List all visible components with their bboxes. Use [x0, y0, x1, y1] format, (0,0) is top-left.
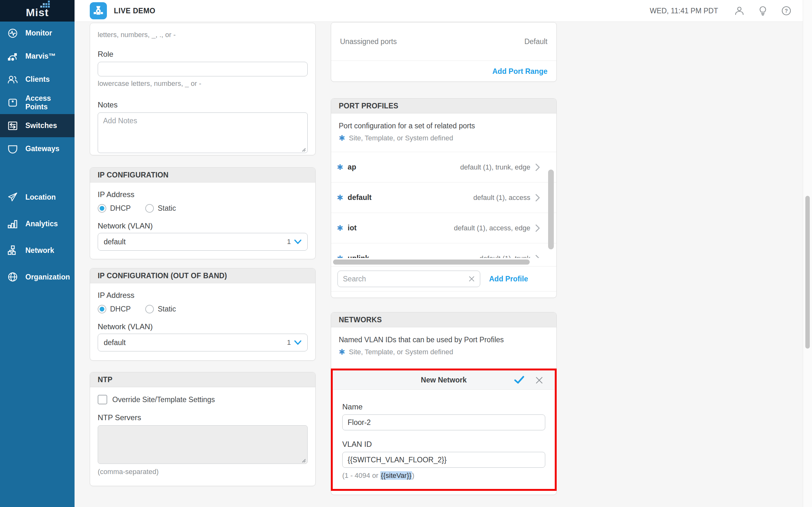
override-checkbox[interactable] [98, 395, 107, 404]
network-name-input[interactable] [342, 414, 545, 430]
mist-logo[interactable]: Mist [0, 0, 74, 21]
ntp-servers-textarea[interactable] [98, 425, 308, 464]
sidebar-item-marvis[interactable]: Marvis™ [0, 45, 74, 68]
sidebar-item-gateways[interactable]: Gateways [0, 137, 74, 160]
network-vlan-select[interactable]: default 1 [98, 233, 308, 250]
list-vertical-scrollbar[interactable] [548, 170, 554, 249]
add-port-range-link[interactable]: Add Port Range [492, 67, 548, 76]
profile-name: ap [348, 163, 356, 171]
dhcp-radio-option[interactable]: DHCP [98, 204, 131, 213]
ip-configuration-title: IP CONFIGURATION [90, 168, 315, 182]
port-profile-row-ap[interactable]: ✱ ap default (1), trunk, edge [331, 152, 556, 182]
monitor-pulse-icon [7, 27, 18, 39]
new-network-panel: New Network Name VLAN ID (1 - 4094 or {{… [331, 369, 557, 491]
sitevar-token: {{siteVar}} [380, 471, 412, 480]
networks-legend: ✱ Site, Template, or System defined [339, 348, 549, 356]
marvis-icon [7, 51, 18, 62]
org-icon[interactable] [90, 2, 107, 19]
port-profiles-list: ✱ ap default (1), trunk, edge ✱ default … [331, 152, 556, 258]
switch-icon [7, 120, 18, 131]
resize-grip-icon[interactable] [300, 147, 306, 152]
profile-name: uplink [348, 254, 369, 258]
radio-unselected[interactable] [145, 204, 154, 213]
org-name[interactable]: LIVE DEMO [114, 7, 155, 15]
port-profiles-description: Port configuration for a set of related … [339, 122, 549, 130]
confirm-check-icon[interactable] [514, 376, 524, 384]
port-profile-row-iot[interactable]: ✱ iot default (1), access, edge [331, 213, 556, 243]
legend-text: Site, Template, or System defined [349, 134, 453, 142]
unassigned-ports-value: Default [524, 38, 548, 46]
profile-summary: default (1), trunk, edge [460, 163, 530, 171]
ip-configuration-oob-title: IP CONFIGURATION (OUT OF BAND) [90, 268, 315, 283]
port-ranges-card: Unassigned ports Default Add Port Range [331, 22, 557, 82]
sidebar-item-clients[interactable]: Clients [0, 68, 74, 91]
sidebar-item-label: Marvis™ [26, 52, 56, 60]
networks-card: NETWORKS Named VLAN IDs that can be used… [331, 312, 557, 495]
top-header: LIVE DEMO WED, 11:41 PM PDT ? [74, 0, 812, 22]
static-label: Static [158, 204, 176, 213]
help-icon[interactable]: ? [781, 5, 792, 16]
radio-unselected[interactable] [145, 305, 154, 314]
profile-summary: default (1), trunk [479, 255, 530, 258]
role-input[interactable] [98, 62, 308, 76]
org-chart-icon [7, 245, 18, 256]
sidebar-item-analytics[interactable]: Analytics [0, 210, 74, 237]
unassigned-ports-label: Unassigned ports [340, 38, 397, 46]
list-horizontal-scrollbar[interactable] [333, 260, 530, 265]
vlan-id-input[interactable] [342, 452, 545, 468]
sidebar: Mist Monitor Marvis™ Clients Access Poin… [0, 0, 74, 507]
profile-search-input[interactable] [338, 271, 480, 287]
role-format-hint: lowercase letters, numbers, _ or - [98, 79, 308, 88]
clients-icon [7, 74, 18, 85]
static-radio-option[interactable]: Static [145, 204, 176, 213]
dhcp-radio-option[interactable]: DHCP [98, 305, 131, 314]
sidebar-item-label: Organization [26, 273, 70, 281]
resize-grip-icon[interactable] [300, 457, 306, 463]
port-profiles-title: PORT PROFILES [331, 99, 556, 113]
chevron-down-icon [294, 340, 302, 345]
sidebar-item-switches[interactable]: Switches [0, 114, 74, 137]
unassigned-ports-row[interactable]: Unassigned ports Default [331, 22, 556, 61]
network-vlan-select[interactable]: default 1 [98, 334, 308, 351]
asterisk-icon: ✱ [339, 348, 345, 356]
user-icon[interactable] [734, 5, 745, 16]
sidebar-item-location[interactable]: Location [0, 184, 74, 210]
add-profile-link[interactable]: Add Profile [489, 275, 528, 283]
radio-selected[interactable] [98, 305, 106, 314]
port-profile-row-default[interactable]: ✱ default default (1), access [331, 182, 556, 213]
lightbulb-icon[interactable] [757, 5, 768, 16]
sidebar-item-access-points[interactable]: Access Points [0, 91, 74, 114]
access-point-icon [7, 97, 18, 108]
notes-textarea[interactable] [98, 112, 308, 153]
radio-selected[interactable] [98, 204, 106, 213]
asterisk-icon: ✱ [337, 194, 343, 202]
sidebar-item-label: Location [26, 193, 56, 202]
override-settings-checkbox-row[interactable]: Override Site/Template Settings [98, 395, 308, 404]
clear-search-icon[interactable] [468, 275, 475, 282]
sidebar-item-monitor[interactable]: Monitor [0, 21, 74, 45]
notes-label: Notes [98, 101, 308, 109]
chevron-right-icon [536, 194, 540, 202]
ip-address-label: IP Address [98, 190, 308, 199]
ip-configuration-oob-card: IP CONFIGURATION (OUT OF BAND) IP Addres… [90, 268, 316, 360]
profile-summary: default (1), access, edge [454, 224, 530, 232]
network-name-label: Name [342, 402, 545, 411]
ntp-servers-label: NTP Servers [98, 413, 308, 422]
page-scrollbar-track[interactable] [803, 0, 812, 507]
vlan-selected-value: default [104, 338, 125, 347]
close-icon[interactable] [535, 376, 543, 384]
name-format-hint: letters, numbers, _, ., or - [98, 31, 308, 39]
static-radio-option[interactable]: Static [145, 305, 176, 314]
sidebar-item-organization[interactable]: Organization [0, 264, 74, 290]
port-profiles-card: PORT PROFILES Port configuration for a s… [331, 98, 557, 298]
ntp-card: NTP Override Site/Template Settings NTP … [90, 372, 316, 486]
port-profile-row-uplink[interactable]: ✱ uplink default (1), trunk [331, 243, 556, 258]
asterisk-icon: ✱ [337, 255, 343, 258]
chevron-down-icon [294, 239, 302, 245]
sidebar-item-network[interactable]: Network [0, 237, 74, 264]
vlan-number: 1 [287, 338, 291, 347]
access-point-logo-icon [91, 4, 105, 18]
svg-text:?: ? [785, 8, 788, 14]
gateway-shield-icon [7, 143, 18, 155]
page-scrollbar-thumb[interactable] [805, 196, 810, 349]
